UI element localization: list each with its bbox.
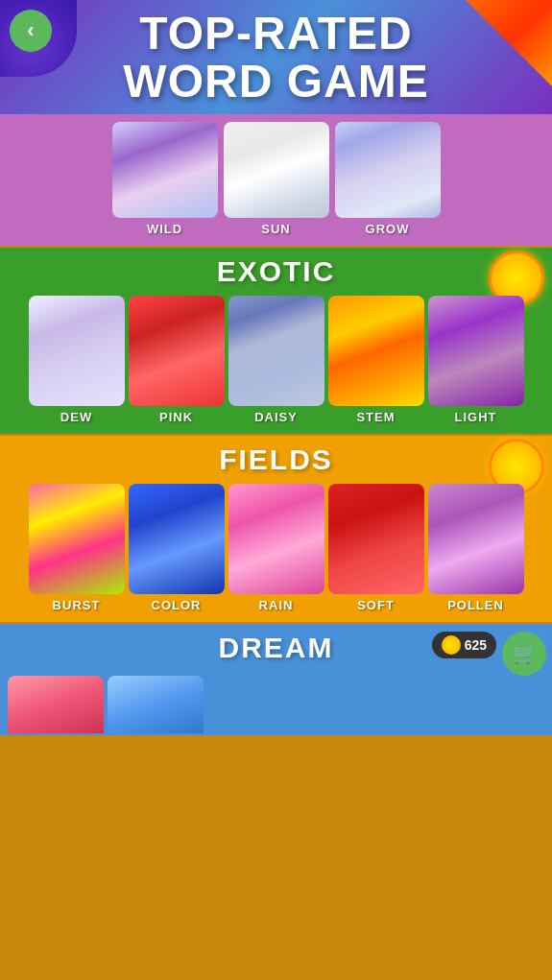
exotic-item-0[interactable]: DEW: [29, 296, 125, 424]
fields-thumb-2: [228, 484, 324, 594]
fields-item-2[interactable]: RAIN: [228, 484, 324, 612]
cart-button[interactable]: 🛒: [502, 632, 546, 676]
exotic-label-4: LIGHT: [455, 410, 497, 424]
fields-item-0[interactable]: BURST: [29, 484, 125, 612]
exotic-item-3[interactable]: STEM: [328, 296, 424, 424]
fields-item-3[interactable]: SOFT: [328, 484, 424, 612]
dream-thumb-0[interactable]: [8, 676, 104, 733]
exotic-item-1[interactable]: PINK: [129, 296, 225, 424]
fields-flower-row: BURST COLOR RAIN SOFT POLLEN: [8, 484, 544, 612]
wild-label-0: WILD: [147, 222, 182, 236]
exotic-section: EXOTIC DEW PINK DAISY STEM LIGHT: [0, 248, 552, 434]
exotic-thumb-4: [428, 296, 524, 406]
exotic-item-4[interactable]: LIGHT: [428, 296, 524, 424]
fields-title: FIELDS: [219, 443, 333, 476]
exotic-thumb-0: [29, 296, 125, 406]
wild-thumb-1: [224, 122, 329, 218]
wild-item-0[interactable]: WILD: [112, 122, 218, 236]
exotic-item-2[interactable]: DAISY: [228, 296, 324, 424]
fields-thumb-0: [29, 484, 125, 594]
exotic-label-1: PINK: [159, 410, 193, 424]
wild-label-2: GROW: [366, 222, 410, 236]
wild-section: WILD SUN GROW: [0, 114, 552, 246]
wild-thumb-0: [112, 122, 218, 218]
banner-title: TOP-RATED WORD GAME: [0, 10, 552, 107]
fields-label-3: SOFT: [357, 598, 395, 612]
wild-flower-row: WILD SUN GROW: [10, 122, 542, 236]
fields-header: FIELDS: [8, 443, 544, 476]
fields-item-1[interactable]: COLOR: [129, 484, 225, 612]
exotic-thumb-1: [129, 296, 225, 406]
dream-header: DREAM 625 🛒: [8, 632, 544, 664]
fields-thumb-4: [428, 484, 524, 594]
coins-value: 625: [465, 637, 487, 653]
exotic-label-0: DEW: [60, 410, 92, 424]
exotic-thumb-2: [228, 296, 324, 406]
fields-label-2: RAIN: [259, 598, 294, 612]
dream-flower-row: [8, 672, 544, 733]
wild-thumb-2: [335, 122, 441, 218]
dream-thumb-1[interactable]: [108, 676, 204, 733]
coin-icon: [442, 635, 461, 655]
banner-line1: TOP-RATED: [139, 8, 413, 59]
top-banner: ‹ TOP-RATED WORD GAME: [0, 0, 552, 114]
fields-label-0: BURST: [53, 598, 101, 612]
fields-section: FIELDS BURST COLOR RAIN SOFT POLLEN: [0, 436, 552, 622]
dream-title: DREAM: [219, 632, 334, 664]
exotic-title: EXOTIC: [217, 255, 336, 288]
exotic-thumb-3: [328, 296, 424, 406]
exotic-label-2: DAISY: [254, 410, 298, 424]
fields-label-4: POLLEN: [447, 598, 504, 612]
exotic-flower-row: DEW PINK DAISY STEM LIGHT: [8, 296, 544, 424]
banner-line2: WORD GAME: [123, 56, 428, 107]
fields-thumb-3: [328, 484, 424, 594]
wild-item-2[interactable]: GROW: [335, 122, 441, 236]
fields-item-4[interactable]: POLLEN: [428, 484, 524, 612]
wild-item-1[interactable]: SUN: [224, 122, 329, 236]
exotic-label-3: STEM: [356, 410, 395, 424]
dream-section: DREAM 625 🛒: [0, 624, 552, 735]
fields-label-1: COLOR: [152, 598, 202, 612]
back-button[interactable]: ‹: [10, 10, 52, 52]
wild-label-1: SUN: [261, 222, 290, 236]
exotic-header: EXOTIC: [8, 255, 544, 288]
coins-badge: 625: [432, 632, 496, 658]
fields-thumb-1: [129, 484, 225, 594]
